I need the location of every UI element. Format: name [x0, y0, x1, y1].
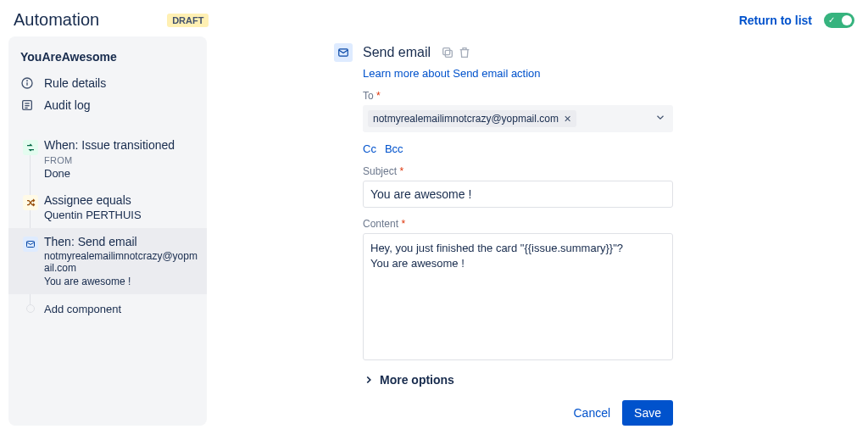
- cc-link[interactable]: Cc: [363, 142, 376, 155]
- rule-enabled-toggle[interactable]: ✓: [824, 13, 854, 28]
- recipient-chip[interactable]: notmyrealemailimnotcrazy@yopmail.com ✕: [368, 110, 576, 127]
- flow-title: When: Issue transitioned: [44, 138, 198, 152]
- more-options-label: More options: [380, 373, 454, 387]
- subject-input[interactable]: [363, 181, 673, 208]
- flow-action-subject: You are awesome !: [44, 276, 198, 287]
- more-options-toggle[interactable]: More options: [363, 373, 673, 387]
- flow-condition-value: Quentin PERTHUIS: [44, 209, 198, 221]
- content-textarea[interactable]: [363, 233, 673, 360]
- flow-add-component[interactable]: Add component: [8, 294, 207, 322]
- cancel-button[interactable]: Cancel: [573, 406, 610, 420]
- flow-trigger[interactable]: When: Issue transitioned FROM Done: [8, 131, 207, 187]
- subject-label: Subject *: [363, 165, 673, 177]
- sidebar-item-rule-details[interactable]: Rule details: [8, 72, 207, 94]
- sidebar-item-audit-log[interactable]: Audit log: [8, 94, 207, 116]
- transition-icon: [23, 140, 38, 155]
- flow-action-recipient: notmyrealemailimnotcrazy@yopmail.com: [44, 250, 198, 274]
- mail-icon: [334, 43, 353, 62]
- flow-from-label: FROM: [44, 155, 198, 165]
- list-icon: [20, 98, 34, 112]
- flow-condition[interactable]: Assignee equals Quentin PERTHUIS: [8, 187, 207, 228]
- shuffle-icon: [23, 195, 38, 210]
- page-title: Automation: [14, 10, 99, 30]
- learn-more-link[interactable]: Learn more about Send email action: [363, 67, 673, 80]
- info-icon: [20, 76, 34, 90]
- svg-point-2: [27, 81, 28, 81]
- action-config-panel: Send email Learn more about Send email a…: [334, 36, 673, 426]
- flow-from-value: Done: [44, 167, 198, 180]
- save-button[interactable]: Save: [622, 400, 673, 426]
- return-to-list-link[interactable]: Return to list: [739, 14, 812, 27]
- sidebar-item-label: Audit log: [44, 98, 90, 112]
- svg-rect-9: [445, 50, 452, 57]
- chevron-down-icon[interactable]: [654, 112, 666, 126]
- recipient-email: notmyrealemailimnotcrazy@yopmail.com: [373, 113, 559, 125]
- plus-node-icon: [26, 304, 35, 313]
- flow-action[interactable]: Then: Send email notmyrealemailimnotcraz…: [8, 228, 207, 294]
- mail-icon: [23, 237, 38, 252]
- rule-sidebar: YouAreAwesome Rule details Audit log Whe…: [8, 36, 207, 426]
- chevron-right-icon: [363, 374, 375, 386]
- flow-title: Assignee equals: [44, 193, 198, 207]
- remove-recipient-icon[interactable]: ✕: [564, 114, 571, 125]
- check-icon: ✓: [828, 15, 835, 25]
- add-component-label: Add component: [44, 303, 198, 315]
- toggle-knob: [842, 15, 852, 25]
- content-label: Content *: [363, 218, 673, 230]
- status-badge: DRAFT: [167, 14, 209, 27]
- copy-icon[interactable]: [441, 46, 454, 59]
- trash-icon[interactable]: [458, 46, 471, 59]
- to-input[interactable]: notmyrealemailimnotcrazy@yopmail.com ✕: [363, 105, 673, 132]
- panel-title: Send email: [363, 45, 431, 60]
- sidebar-item-label: Rule details: [44, 76, 106, 90]
- to-label: To *: [363, 90, 673, 102]
- bcc-link[interactable]: Bcc: [385, 142, 403, 155]
- flow-title: Then: Send email: [44, 235, 198, 248]
- rule-name: YouAreAwesome: [8, 47, 207, 72]
- svg-rect-10: [443, 48, 450, 55]
